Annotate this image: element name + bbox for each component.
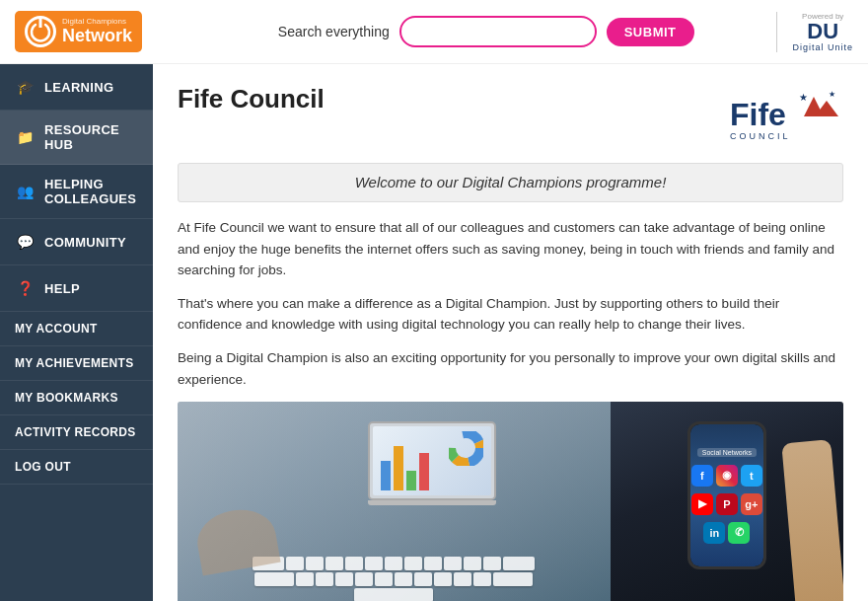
sidebar-label-my-achievements: MY ACHIEVEMENTS — [15, 356, 134, 370]
image-collage: Social Networks f ◉ t ▶ P g+ in — [178, 402, 843, 601]
sidebar-item-activity-records[interactable]: ACTIVITY RECORDS — [0, 415, 153, 450]
svg-text:Fife: Fife — [730, 97, 786, 132]
sidebar-item-resource-hub[interactable]: 📁 RESOURCE HUB — [0, 111, 153, 165]
sidebar-item-my-account[interactable]: MY ACCOUNT — [0, 312, 153, 346]
phone-shape: Social Networks f ◉ t ▶ P g+ in — [687, 421, 766, 569]
page-header: Fife Council Fife ★ ★ — [178, 84, 843, 143]
svg-text:COUNCIL: COUNCIL — [730, 131, 791, 141]
sidebar-label-my-bookmarks: MY BOOKMARKS — [15, 391, 118, 405]
logo-area: Digital Champions Network — [15, 11, 142, 52]
community-icon: 💬 — [15, 231, 36, 253]
facebook-icon: f — [691, 465, 713, 487]
linkedin-icon: in — [703, 522, 725, 544]
fife-logo-image: Fife ★ ★ COUNCIL — [725, 84, 843, 143]
du-logo: DU — [807, 21, 838, 42]
svg-text:★: ★ — [829, 90, 835, 99]
sidebar-item-learning[interactable]: 🎓 LEARNING — [0, 64, 153, 111]
sidebar-item-community[interactable]: 💬 COMMUNITY — [0, 219, 153, 265]
twitter-icon: t — [741, 465, 762, 487]
sidebar-label-log-out: LOG OUT — [15, 460, 71, 474]
header: Digital Champions Network Search everyth… — [0, 0, 868, 64]
phone-image: Social Networks f ◉ t ▶ P g+ in — [611, 402, 843, 601]
google-plus-icon: g+ — [741, 493, 762, 515]
sidebar-item-my-bookmarks[interactable]: MY BOOKMARKS — [0, 381, 153, 415]
sidebar-item-my-achievements[interactable]: MY ACHIEVEMENTS — [0, 346, 153, 381]
submit-button[interactable]: SUBMIT — [607, 18, 694, 46]
content-paragraph-2: That's where you can make a difference a… — [178, 293, 843, 336]
office-image — [178, 402, 611, 601]
content-paragraph-1: At Fife Council we want to ensure that a… — [178, 217, 843, 281]
content-paragraph-3: Being a Digital Champion is also an exci… — [178, 347, 843, 390]
resource-hub-icon: 📁 — [15, 126, 36, 148]
phone-screen: Social Networks f ◉ t ▶ P g+ in — [690, 424, 763, 566]
welcome-banner: Welcome to our Digital Champions program… — [178, 163, 843, 202]
pinterest-icon: P — [716, 493, 738, 515]
logo-box[interactable]: Digital Champions Network — [15, 11, 142, 52]
learning-icon: 🎓 — [15, 76, 36, 98]
youtube-icon: ▶ — [691, 493, 713, 515]
logo-text: Digital Champions Network — [62, 18, 132, 46]
sidebar-item-log-out[interactable]: LOG OUT — [0, 450, 153, 485]
main-layout: 🎓 LEARNING 📁 RESOURCE HUB 👥 HELPING COLL… — [0, 64, 868, 601]
sidebar-label-resource-hub: RESOURCE HUB — [44, 122, 138, 152]
fife-logo: Fife ★ ★ COUNCIL — [725, 84, 843, 143]
main-content: Fife Council Fife ★ ★ — [153, 64, 868, 601]
sidebar-label-helping-colleagues: HELPING COLLEAGUES — [44, 177, 138, 206]
search-area: Search everything SUBMIT — [278, 16, 694, 47]
sidebar-label-activity-records: ACTIVITY RECORDS — [15, 425, 136, 439]
sidebar-label-community: COMMUNITY — [44, 235, 126, 250]
sidebar: 🎓 LEARNING 📁 RESOURCE HUB 👥 HELPING COLL… — [0, 64, 153, 601]
sidebar-label-my-account: MY ACCOUNT — [15, 322, 98, 336]
du-logo-area: Powered by DU Digital Unite — [776, 12, 853, 52]
sidebar-item-helping-colleagues[interactable]: 👥 HELPING COLLEAGUES — [0, 165, 153, 219]
help-icon: ❓ — [15, 277, 36, 299]
page-title: Fife Council — [178, 84, 325, 114]
search-label: Search everything — [278, 24, 390, 39]
welcome-text: Welcome to our Digital Champions program… — [355, 174, 667, 190]
instagram-icon: ◉ — [716, 465, 738, 487]
helping-colleagues-icon: 👥 — [15, 181, 36, 202]
du-subtext: Digital Unite — [792, 42, 853, 52]
search-input[interactable] — [399, 16, 597, 47]
svg-point-8 — [451, 433, 480, 463]
sidebar-item-help[interactable]: ❓ HELP — [0, 265, 153, 312]
sidebar-label-learning: LEARNING — [44, 80, 113, 95]
svg-text:★: ★ — [799, 92, 808, 103]
sidebar-label-help: HELP — [44, 281, 80, 296]
whatsapp-icon: ✆ — [728, 522, 750, 544]
